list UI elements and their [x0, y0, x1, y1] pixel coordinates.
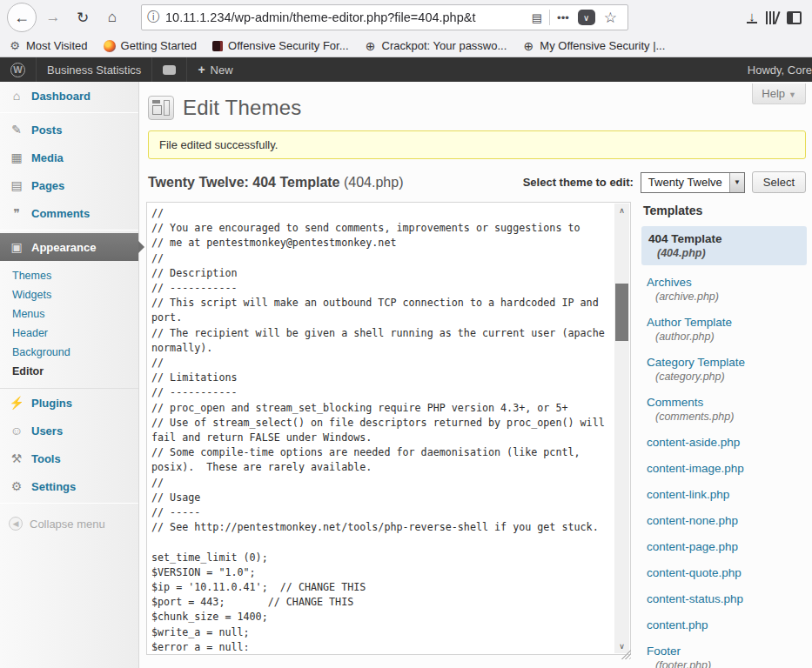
template-list-item[interactable]: Footer (footer.php) [641, 642, 807, 668]
comments-icon: ❞ [9, 206, 24, 220]
dashboard-icon: ⌂ [9, 89, 24, 103]
bookmark-icon [212, 41, 223, 51]
submenu-item[interactable]: Menus [0, 304, 138, 324]
sidebar-item-comments[interactable]: ❞ Comments [0, 199, 138, 227]
bookmark-item[interactable]: Crackpot: Your passwo... [365, 39, 507, 52]
template-name-link[interactable]: content-status.php [647, 591, 802, 606]
forward-button-icon[interactable]: → [40, 4, 66, 30]
submenu-item-label: Editor [12, 365, 44, 377]
admin-sidebar: ⌂ Dashboard ✎ Posts ▦ Media ▤ Pages ❞ Co… [0, 82, 139, 668]
editor-scrollbar[interactable]: ∧ ∨ [614, 204, 629, 653]
template-name-link[interactable]: content-none.php [647, 513, 802, 528]
menu-separator [0, 230, 138, 230]
templates-list: 404 Template (404.php) Archives (archive… [641, 226, 807, 668]
url-bar[interactable]: ⓘ 10.11.1.234/wp-admin/theme-editor.php?… [141, 4, 628, 30]
template-name-link[interactable]: content-page.php [647, 539, 802, 554]
template-list-item[interactable]: content.php [641, 616, 807, 634]
template-list-item[interactable]: Author Template (author.php) [641, 313, 807, 345]
page-actions-icon[interactable]: ••• [552, 11, 574, 24]
scroll-down-icon[interactable]: ∨ [614, 639, 629, 653]
sidebar-item-posts[interactable]: ✎ Posts [0, 116, 138, 144]
template-list-item[interactable]: content-status.php [641, 590, 807, 608]
template-name-link[interactable]: Category Template [647, 355, 802, 370]
sidebar-toggle-icon[interactable] [787, 11, 802, 24]
scroll-up-icon[interactable]: ∧ [614, 204, 629, 217]
sidebar-item-pages[interactable]: ▤ Pages [0, 171, 138, 199]
submenu-item[interactable]: Header [0, 324, 138, 343]
new-content-menu[interactable]: + New [187, 57, 243, 82]
submenu-item[interactable]: Widgets [0, 285, 138, 304]
sidebar-item-tools[interactable]: ⚒ Tools [0, 444, 138, 472]
sidebar-item-settings[interactable]: ⚙ Settings [0, 472, 138, 500]
reader-mode-icon[interactable]: ▤ [527, 11, 547, 24]
template-list-item[interactable]: 404 Template (404.php) [641, 226, 807, 265]
template-name-link[interactable]: content.php [647, 618, 802, 632]
help-button[interactable]: Help▼ [752, 84, 806, 104]
bookmark-star-icon[interactable]: ☆ [599, 9, 622, 27]
theme-select[interactable]: Twenty Twelve ▼ [641, 172, 745, 193]
bookmark-item[interactable]: Most Visited [9, 39, 88, 52]
urlbar-separator [549, 10, 550, 25]
submenu-item[interactable]: Editor [0, 362, 138, 381]
template-name-link[interactable]: Footer [647, 644, 802, 658]
template-list-item[interactable]: Comments (comments.php) [641, 393, 807, 425]
submenu-item-label: Background [12, 346, 70, 358]
template-file-name: (footer.php) [647, 659, 802, 668]
collapse-menu-button[interactable]: ◀ Collapse menu [0, 506, 138, 541]
template-name-link[interactable]: Archives [647, 275, 802, 290]
posts-icon: ✎ [9, 123, 24, 137]
select-theme-button[interactable]: Select [752, 171, 806, 193]
template-list-item[interactable]: content-page.php [641, 538, 807, 556]
sidebar-item-media[interactable]: ▦ Media [0, 144, 138, 171]
template-name-link[interactable]: 404 Template [648, 231, 800, 246]
select-dropdown-icon[interactable]: ▼ [729, 173, 744, 192]
pocket-icon[interactable]: ∨ [578, 10, 595, 25]
submenu-item-label: Themes [12, 270, 51, 282]
template-list-item[interactable]: Category Template (category.php) [641, 353, 807, 385]
downloads-icon[interactable]: ↓ [747, 12, 757, 23]
template-list-item[interactable]: content-link.php [641, 485, 807, 504]
submenu-item-label: Widgets [12, 289, 51, 301]
site-info-icon[interactable]: ⓘ [147, 10, 159, 25]
template-list-item[interactable]: content-quote.php [641, 564, 807, 582]
template-file-name: (author.php) [647, 331, 802, 344]
sidebar-item-plugins[interactable]: ⚡ Plugins [0, 389, 138, 417]
home-button-icon[interactable]: ⌂ [99, 4, 125, 30]
template-name-link[interactable]: content-aside.php [647, 435, 802, 450]
sidebar-item-users[interactable]: ☺ Users [0, 417, 138, 444]
reload-button-icon[interactable]: ↻ [70, 4, 96, 30]
template-name-link[interactable]: Comments [647, 395, 802, 410]
bookmark-item[interactable]: Offensive Security For... [212, 39, 348, 52]
template-name-link[interactable]: content-image.php [647, 461, 802, 476]
bookmark-icon [9, 40, 21, 52]
code-text[interactable]: // // You are encouraged to send comment… [151, 206, 611, 651]
site-name-menu[interactable]: Business Statistics [37, 57, 152, 82]
sidebar-item-appearance[interactable]: ▣ Appearance [0, 233, 138, 261]
document-title: Twenty Twelve: 404 Template (404.php) [148, 175, 403, 190]
select-theme-label: Select theme to edit: [523, 176, 634, 189]
template-list-item[interactable]: content-aside.php [641, 433, 807, 451]
scrollbar-thumb[interactable] [615, 284, 628, 341]
site-name: Business Statistics [47, 63, 141, 77]
template-list-item[interactable]: Archives (archive.php) [641, 273, 807, 305]
template-file-name: (archive.php) [647, 291, 802, 304]
wp-logo-menu[interactable]: W [0, 57, 37, 82]
back-button-icon[interactable]: ← [7, 3, 37, 32]
sidebar-item-dashboard[interactable]: ⌂ Dashboard [0, 82, 138, 110]
account-menu[interactable]: Howdy, Core [748, 63, 812, 77]
template-list-item[interactable]: content-image.php [641, 459, 807, 478]
users-icon: ☺ [9, 424, 24, 438]
url-text[interactable]: 10.11.1.234/wp-admin/theme-editor.php?fi… [165, 10, 527, 24]
bookmark-item[interactable]: My Offensive Security |... [522, 39, 665, 52]
template-name-link[interactable]: content-link.php [647, 487, 802, 502]
comments-menu[interactable] [152, 57, 187, 82]
template-list-item[interactable]: content-none.php [641, 511, 807, 530]
code-editor[interactable]: // // You are encouraged to send comment… [146, 202, 631, 655]
template-name-link[interactable]: content-quote.php [647, 565, 802, 580]
submenu-item[interactable]: Themes [0, 266, 138, 285]
library-icon[interactable] [766, 10, 778, 24]
submenu-item[interactable]: Background [0, 343, 138, 362]
settings-icon: ⚙ [9, 479, 24, 493]
bookmark-item[interactable]: Getting Started [104, 39, 197, 52]
template-name-link[interactable]: Author Template [647, 315, 802, 330]
